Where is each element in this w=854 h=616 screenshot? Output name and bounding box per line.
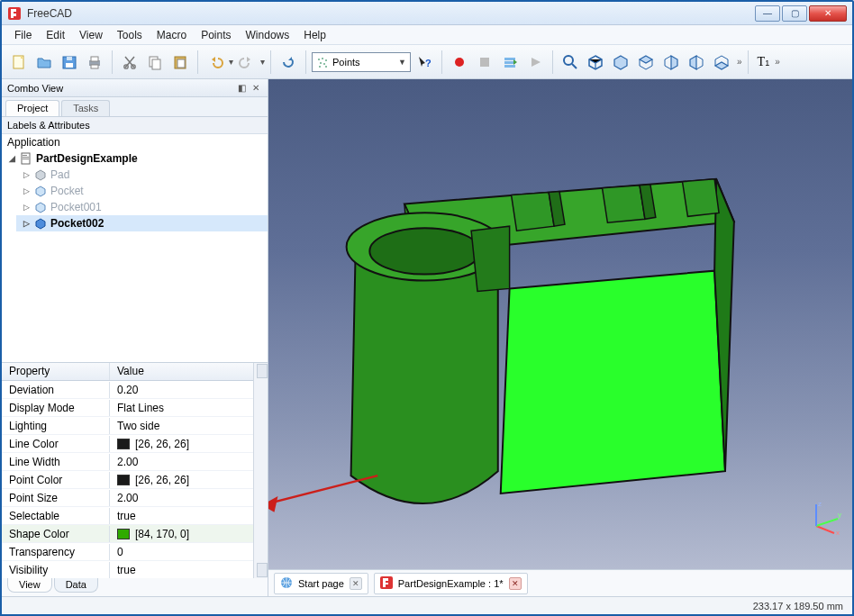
- toolbar-separator: [748, 50, 749, 74]
- text-tool-icon[interactable]: T1: [758, 55, 770, 69]
- macro-record-icon[interactable]: [448, 50, 471, 74]
- expand-icon[interactable]: ▷: [22, 219, 31, 228]
- combo-view-header: Combo View ◧ ✕: [2, 79, 268, 97]
- titlebar: FreeCAD — ▢ ✕: [2, 2, 852, 25]
- macro-stop-icon[interactable]: [473, 50, 496, 74]
- front-view-icon[interactable]: [609, 50, 632, 74]
- undo-icon[interactable]: [204, 50, 227, 74]
- svg-line-44: [268, 476, 377, 505]
- tab-tasks[interactable]: Tasks: [61, 100, 110, 116]
- close-panel-icon[interactable]: ✕: [250, 82, 262, 95]
- svg-rect-7: [91, 65, 98, 68]
- tree-item-pocket001[interactable]: ▷ Pocket001: [16, 199, 268, 215]
- menu-edit[interactable]: Edit: [39, 27, 72, 43]
- close-tab-icon[interactable]: ✕: [509, 577, 522, 590]
- open-icon[interactable]: [32, 50, 56, 74]
- tree-item-pocket002[interactable]: ▷ Pocket002: [16, 215, 268, 231]
- tree-document[interactable]: ◢ PartDesignExample: [2, 150, 268, 167]
- property-row[interactable]: Visibilitytrue: [2, 561, 253, 578]
- tree-item-pocket[interactable]: ▷ Pocket: [16, 183, 268, 199]
- svg-line-48: [816, 519, 838, 526]
- expand-icon[interactable]: ▷: [22, 170, 31, 179]
- svg-rect-4: [67, 57, 72, 60]
- expand-icon[interactable]: ▷: [22, 186, 31, 195]
- fit-all-icon[interactable]: [559, 50, 582, 74]
- property-scrollbar[interactable]: [253, 363, 268, 578]
- svg-text:?: ?: [425, 58, 432, 68]
- minimize-button[interactable]: —: [755, 5, 780, 22]
- menu-windows[interactable]: Windows: [239, 27, 297, 43]
- axo-view-icon[interactable]: [584, 50, 607, 74]
- window-buttons: — ▢ ✕: [755, 5, 847, 22]
- toolbar-separator: [305, 50, 306, 74]
- toolbar-separator: [270, 50, 271, 74]
- new-icon[interactable]: [7, 50, 31, 74]
- redo-dropdown-icon[interactable]: ▾: [260, 57, 265, 67]
- document-icon: [20, 152, 32, 165]
- copy-icon[interactable]: [143, 50, 167, 74]
- expand-icon[interactable]: ◢: [7, 154, 16, 163]
- svg-marker-39: [512, 193, 554, 231]
- property-row[interactable]: Point Color[26, 26, 26]: [2, 471, 253, 489]
- tab-project[interactable]: Project: [5, 100, 59, 116]
- top-view-icon[interactable]: [634, 50, 658, 74]
- doc-tab-start[interactable]: Start page ✕: [274, 573, 368, 594]
- whatsthis-icon[interactable]: ?: [413, 50, 436, 74]
- main-area: Combo View ◧ ✕ Project Tasks Labels & At…: [2, 79, 852, 596]
- menu-macro[interactable]: Macro: [150, 27, 194, 43]
- maximize-button[interactable]: ▢: [782, 5, 807, 22]
- combo-view-panel: Combo View ◧ ✕ Project Tasks Labels & At…: [2, 79, 268, 596]
- tab-data[interactable]: Data: [54, 578, 98, 593]
- workbench-label: Points: [332, 57, 360, 68]
- property-row[interactable]: Transparency0: [2, 543, 253, 561]
- tab-view[interactable]: View: [7, 578, 52, 593]
- right-view-icon[interactable]: [659, 50, 683, 74]
- svg-point-19: [319, 66, 321, 68]
- menu-view[interactable]: View: [72, 27, 110, 43]
- feature-icon: [34, 201, 47, 213]
- refresh-icon[interactable]: [277, 50, 300, 74]
- 3d-viewport[interactable]: x y z: [268, 79, 852, 569]
- expand-icon[interactable]: ▷: [22, 203, 31, 212]
- toolbar-overflow-icon[interactable]: »: [775, 57, 780, 67]
- print-icon[interactable]: [83, 50, 106, 74]
- macro-list-icon[interactable]: [498, 50, 522, 74]
- property-row[interactable]: Selectabletrue: [2, 507, 253, 525]
- svg-rect-6: [91, 57, 98, 61]
- bottom-view-icon[interactable]: [710, 50, 733, 74]
- property-row[interactable]: Line Color[26, 26, 26]: [2, 435, 253, 453]
- menu-file[interactable]: File: [7, 27, 39, 43]
- undo-dropdown-icon[interactable]: ▾: [229, 57, 233, 67]
- macro-play-icon[interactable]: [523, 50, 547, 74]
- tree-root[interactable]: Application: [2, 134, 268, 150]
- doc-tab-active[interactable]: PartDesignExample : 1* ✕: [374, 573, 528, 594]
- menu-tools[interactable]: Tools: [110, 27, 150, 43]
- property-table: Property Value Deviation0.20 Display Mod…: [2, 363, 253, 578]
- cut-icon[interactable]: [118, 50, 141, 74]
- svg-line-46: [816, 526, 834, 533]
- toolbar-separator: [112, 50, 113, 74]
- property-row[interactable]: Line Width2.00: [2, 453, 253, 471]
- save-icon[interactable]: [58, 50, 81, 74]
- close-button[interactable]: ✕: [809, 5, 847, 22]
- property-row-shape-color[interactable]: Shape Color[84, 170, 0]: [2, 525, 253, 543]
- toolbar-separator: [441, 50, 442, 74]
- close-tab-icon[interactable]: ✕: [350, 577, 362, 590]
- property-row[interactable]: Display ModeFlat Lines: [2, 399, 253, 417]
- property-row[interactable]: Point Size2.00: [2, 489, 253, 507]
- svg-point-36: [369, 228, 480, 274]
- tree-item-pad[interactable]: ▷ Pad: [16, 167, 268, 183]
- menu-help[interactable]: Help: [296, 27, 333, 43]
- undock-icon[interactable]: ◧: [235, 82, 248, 95]
- redo-icon[interactable]: [235, 50, 259, 74]
- property-row[interactable]: Deviation0.20: [2, 381, 253, 399]
- svg-text:z: z: [818, 500, 822, 508]
- property-col-name: Property: [2, 363, 110, 380]
- property-row[interactable]: LightingTwo side: [2, 417, 253, 435]
- workbench-selector[interactable]: Points ▼: [312, 52, 411, 72]
- paste-icon[interactable]: [168, 50, 192, 74]
- menu-points[interactable]: Points: [194, 27, 238, 43]
- rear-view-icon[interactable]: [685, 50, 708, 74]
- toolbar-overflow-icon[interactable]: »: [737, 57, 742, 67]
- tree-view[interactable]: Application ◢ PartDesignExample ▷ Pad ▷ …: [2, 134, 268, 362]
